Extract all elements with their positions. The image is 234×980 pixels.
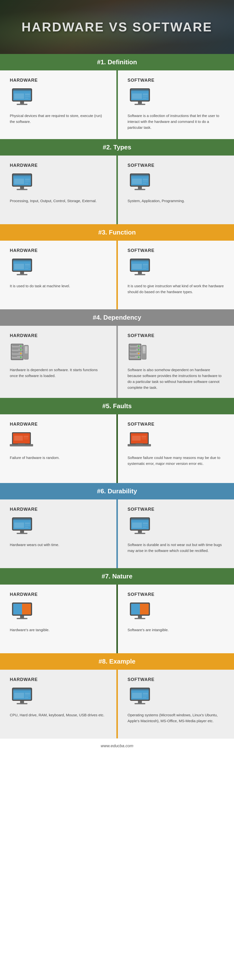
svg-rect-134 — [13, 689, 32, 690]
hardware-label-durability: HARDWARE — [10, 507, 38, 512]
svg-point-80 — [138, 356, 139, 358]
svg-rect-3 — [20, 101, 24, 104]
header-title: HARDWARE VS SOFTWARE — [22, 20, 212, 34]
svg-rect-88 — [143, 348, 145, 349]
svg-rect-66 — [12, 356, 17, 357]
svg-rect-39 — [20, 272, 24, 274]
svg-rect-124 — [13, 604, 22, 614]
software-text-faults: Software failure could have many reasons… — [128, 455, 225, 466]
software-col-definition: SOFTWARE Software is a collection of ins… — [118, 70, 234, 139]
svg-rect-103 — [141, 438, 146, 439]
svg-rect-108 — [17, 533, 27, 534]
svg-rect-121 — [143, 527, 146, 528]
svg-rect-6 — [25, 94, 30, 95]
software-icon-definition — [128, 88, 152, 108]
hardware-icon-faults — [10, 431, 33, 450]
section-example: #8. ExampleHARDWARE CPU, Hard drive, RAM… — [0, 653, 234, 738]
svg-point-62 — [20, 356, 22, 358]
svg-rect-126 — [17, 618, 27, 619]
svg-rect-112 — [25, 527, 28, 528]
svg-rect-136 — [17, 703, 27, 704]
section-durability: #6. DurabilityHARDWARE Hardware wears ou… — [0, 483, 234, 568]
svg-rect-47 — [131, 260, 149, 261]
svg-rect-102 — [141, 436, 146, 438]
hardware-text-durability: Hardware wears out with time. — [10, 542, 59, 548]
software-text-durability: Software is durable and is not wear out … — [128, 542, 225, 554]
svg-rect-12 — [138, 101, 142, 104]
software-icon-faults — [128, 431, 151, 450]
hardware-icon-function — [10, 258, 34, 278]
section-header-durability: #6. Durability — [0, 483, 234, 500]
software-text-example: Operating systems (Microsoft windows, Li… — [128, 712, 225, 724]
hardware-text-faults: Failure of hardware is random. — [10, 455, 60, 461]
section-nature: #7. NatureHARDWARE Hardware's are tangib… — [0, 568, 234, 653]
software-label-durability: SOFTWARE — [128, 507, 155, 512]
svg-rect-69 — [25, 347, 27, 348]
svg-rect-5 — [14, 94, 24, 99]
svg-rect-43 — [25, 266, 30, 267]
software-text-function: It is used to give instruction what kind… — [128, 283, 225, 295]
svg-rect-92 — [10, 444, 33, 446]
hardware-label-nature: HARDWARE — [10, 592, 38, 597]
svg-rect-106 — [13, 519, 32, 520]
software-icon-nature — [128, 601, 152, 622]
svg-rect-84 — [130, 356, 135, 357]
svg-rect-71 — [25, 350, 27, 350]
svg-rect-44 — [25, 268, 28, 269]
svg-rect-25 — [25, 181, 30, 182]
svg-rect-146 — [132, 693, 142, 698]
content-row-durability: HARDWARE Hardware wears out with time.SO… — [0, 500, 234, 568]
content-row-function: HARDWARE It is used to do task at machin… — [0, 241, 234, 309]
svg-rect-38 — [13, 260, 32, 261]
hardware-col-faults: HARDWARE Failure of hardware is random. — [0, 414, 116, 483]
section-header-dependency: #4. Dependency — [0, 309, 234, 326]
hardware-icon-dependency — [10, 343, 29, 362]
svg-point-78 — [138, 349, 139, 350]
software-col-durability: SOFTWARE Software is durable and is not … — [118, 500, 234, 568]
svg-rect-140 — [25, 697, 28, 698]
section-title-function: #3. Function — [0, 229, 234, 236]
software-label-dependency: SOFTWARE — [128, 333, 155, 338]
section-header-function: #3. Function — [0, 224, 234, 241]
software-icon-example — [128, 687, 152, 707]
content-row-example: HARDWARE CPU, Hard drive, RAM, keyboard,… — [0, 670, 234, 738]
hardware-col-durability: HARDWARE Hardware wears out with time. — [0, 500, 116, 568]
svg-rect-26 — [25, 183, 28, 184]
svg-rect-50 — [132, 264, 142, 269]
svg-rect-96 — [24, 438, 28, 439]
svg-rect-35 — [143, 183, 146, 184]
content-row-nature: HARDWARE Hardware's are tangible.SOFTWAR… — [0, 585, 234, 653]
svg-rect-101 — [132, 436, 141, 441]
svg-rect-30 — [138, 186, 142, 189]
hardware-text-dependency: Hardware is dependent on software. It st… — [10, 367, 107, 379]
footer-url: www.educba.com — [101, 743, 133, 748]
svg-rect-21 — [20, 186, 24, 189]
svg-rect-83 — [130, 353, 136, 353]
svg-rect-81 — [130, 345, 137, 346]
svg-rect-138 — [25, 693, 30, 695]
svg-rect-95 — [24, 436, 28, 438]
section-header-types: #2. Types — [0, 139, 234, 156]
software-col-function: SOFTWARE It is used to give instruction … — [118, 241, 234, 309]
svg-rect-40 — [17, 274, 27, 275]
software-label-definition: SOFTWARE — [128, 78, 155, 83]
section-title-example: #8. Example — [0, 658, 234, 665]
svg-rect-49 — [134, 274, 145, 275]
svg-rect-29 — [131, 175, 149, 176]
header-banner: HARDWARE VS SOFTWARE — [0, 0, 234, 54]
software-col-nature: SOFTWARE Software's are intangible. — [118, 585, 234, 653]
svg-rect-32 — [132, 178, 142, 184]
software-label-faults: SOFTWARE — [128, 422, 155, 427]
content-row-dependency: HARDWARE Hardware is dependent on softwa… — [0, 326, 234, 398]
svg-point-77 — [138, 345, 139, 347]
section-header-faults: #5. Faults — [0, 398, 234, 414]
software-col-types: SOFTWARE System, Application, Programmin… — [118, 156, 234, 224]
svg-rect-23 — [14, 178, 24, 184]
svg-point-79 — [138, 353, 139, 354]
hardware-label-dependency: HARDWARE — [10, 333, 38, 338]
svg-rect-31 — [134, 189, 145, 190]
hardware-col-function: HARDWARE It is used to do task at machin… — [0, 241, 116, 309]
svg-rect-125 — [20, 616, 24, 618]
hardware-label-definition: HARDWARE — [10, 78, 38, 83]
software-icon-durability — [128, 516, 152, 537]
